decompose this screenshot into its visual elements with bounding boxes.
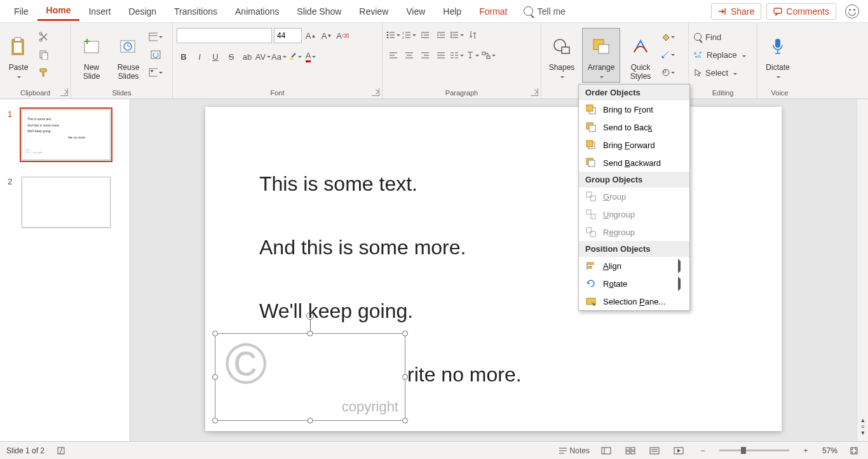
resize-handle-s[interactable] <box>308 418 313 423</box>
arrange-button[interactable]: Arrange <box>582 28 620 83</box>
view-sorter-button[interactable] <box>623 444 638 457</box>
decrease-indent-button[interactable] <box>418 28 432 42</box>
tab-view[interactable]: View <box>397 3 434 20</box>
comments-button[interactable]: Comments <box>766 3 836 20</box>
italic-button[interactable]: I <box>193 50 207 64</box>
shapes-button[interactable]: Shapes <box>545 28 578 83</box>
shape-effects-button[interactable] <box>661 66 675 79</box>
layout-button[interactable] <box>149 31 163 43</box>
reuse-slides-button[interactable]: Reuse Slides <box>112 28 145 83</box>
new-slide-button[interactable]: New Slide <box>75 28 108 83</box>
section-button[interactable] <box>149 66 163 79</box>
zoom-in-button[interactable]: + <box>798 444 813 457</box>
reuse-slides-icon <box>119 38 138 55</box>
copy-button[interactable] <box>37 48 51 61</box>
dictate-button[interactable]: Dictate <box>761 28 794 83</box>
font-color-button[interactable]: A <box>304 50 318 64</box>
tab-help[interactable]: Help <box>434 3 470 20</box>
vertical-scrollbar[interactable]: ▲≡▼ <box>857 99 868 441</box>
bold-button[interactable]: B <box>177 50 191 64</box>
shadow-button[interactable]: ab <box>240 50 254 64</box>
tab-insert[interactable]: Insert <box>79 3 119 20</box>
format-painter-button[interactable] <box>37 66 51 79</box>
zoom-out-button[interactable]: − <box>695 444 710 457</box>
font-size-input[interactable] <box>274 28 302 43</box>
slide-thumbnail-2[interactable] <box>22 177 111 228</box>
rotation-handle[interactable] <box>306 312 314 320</box>
zoom-percent[interactable]: 57% <box>822 446 837 455</box>
paste-button[interactable]: Paste <box>4 28 33 83</box>
font-name-input[interactable] <box>177 28 272 43</box>
resize-handle-se[interactable] <box>402 418 408 423</box>
slide-thumbnail-pane[interactable]: 1 This is some text. And this is some mo… <box>0 99 130 441</box>
clear-formatting-button[interactable]: A⌫ <box>336 29 349 43</box>
resize-handle-e[interactable] <box>402 374 408 380</box>
font-launcher[interactable] <box>372 88 379 96</box>
menu-bring-forward[interactable]: Bring Forward <box>579 136 689 154</box>
shape-fill-button[interactable] <box>661 31 675 43</box>
align-left-button[interactable] <box>386 48 400 62</box>
slide[interactable]: This is some text. And this is some more… <box>205 107 782 431</box>
menu-align[interactable]: Align <box>579 257 689 275</box>
share-button[interactable]: Share <box>711 3 761 20</box>
align-right-button[interactable] <box>418 48 432 62</box>
tab-slideshow[interactable]: Slide Show <box>288 3 350 20</box>
tab-format[interactable]: Format <box>470 3 516 20</box>
tab-animations[interactable]: Animations <box>226 3 288 20</box>
underline-button[interactable]: U <box>208 50 222 64</box>
notes-button[interactable]: Notes <box>559 444 590 457</box>
quick-styles-button[interactable]: Quick Styles <box>624 28 657 83</box>
numbering-button[interactable]: 12 <box>402 28 416 42</box>
zoom-slider[interactable] <box>719 449 789 451</box>
line-spacing-button[interactable] <box>450 28 464 42</box>
increase-indent-button[interactable] <box>434 28 448 42</box>
replace-button[interactable]: abReplace <box>693 47 747 62</box>
smartart-button[interactable] <box>482 48 496 62</box>
feedback-smile-icon[interactable] <box>845 4 859 18</box>
accessibility-button[interactable] <box>53 444 69 457</box>
reset-slide-button[interactable] <box>149 48 163 61</box>
cut-button[interactable] <box>37 31 51 43</box>
tab-home[interactable]: Home <box>37 1 80 21</box>
shape-outline-button[interactable] <box>661 48 675 61</box>
change-case-button[interactable]: Aa <box>272 50 286 64</box>
resize-handle-sw[interactable] <box>212 418 218 423</box>
tab-file[interactable]: File <box>5 3 37 20</box>
clipboard-launcher[interactable] <box>60 88 68 96</box>
resize-handle-w[interactable] <box>212 374 218 380</box>
view-slideshow-button[interactable] <box>671 444 686 457</box>
decrease-font-button[interactable]: A▼ <box>320 29 334 43</box>
sort-button[interactable] <box>466 28 480 42</box>
justify-button[interactable] <box>434 48 448 62</box>
slide-thumbnail-1[interactable]: This is some text. And this is some more… <box>22 109 111 160</box>
find-button[interactable]: Find <box>693 29 722 45</box>
menu-send-backward[interactable]: Send Backward <box>579 154 689 172</box>
columns-button[interactable] <box>450 48 464 62</box>
slide-canvas-area[interactable]: This is some text. And this is some more… <box>130 99 857 441</box>
char-spacing-button[interactable]: AV <box>256 50 270 64</box>
strikethrough-button[interactable]: S <box>224 50 238 64</box>
menu-rotate[interactable]: Rotate <box>579 275 689 292</box>
resize-handle-n[interactable] <box>308 331 313 336</box>
text-direction-button[interactable] <box>466 48 480 62</box>
resize-handle-ne[interactable] <box>402 331 408 336</box>
resize-handle-nw[interactable] <box>212 331 218 336</box>
view-reading-button[interactable] <box>647 444 662 457</box>
tab-design[interactable]: Design <box>119 3 165 20</box>
bullets-button[interactable] <box>386 28 400 42</box>
tab-review[interactable]: Review <box>350 3 397 20</box>
watermark-selection[interactable]: © copyright <box>215 333 405 421</box>
view-normal-button[interactable] <box>599 444 614 457</box>
fit-to-window-button[interactable] <box>846 444 862 457</box>
menu-send-to-back[interactable]: Send to Back <box>579 118 689 136</box>
tell-me-search[interactable]: Tell me <box>516 6 573 17</box>
align-center-button[interactable] <box>402 48 416 62</box>
select-button[interactable]: Select <box>693 65 738 80</box>
menu-bring-to-front[interactable]: Bring to Front <box>579 100 689 118</box>
tab-transitions[interactable]: Transitions <box>165 3 226 20</box>
menu-selection-pane[interactable]: Selection Pane... <box>579 292 689 310</box>
paragraph-launcher[interactable] <box>531 88 538 96</box>
highlight-button[interactable] <box>288 50 302 64</box>
increase-font-button[interactable]: A▲ <box>304 29 318 43</box>
svg-point-16 <box>387 32 389 34</box>
